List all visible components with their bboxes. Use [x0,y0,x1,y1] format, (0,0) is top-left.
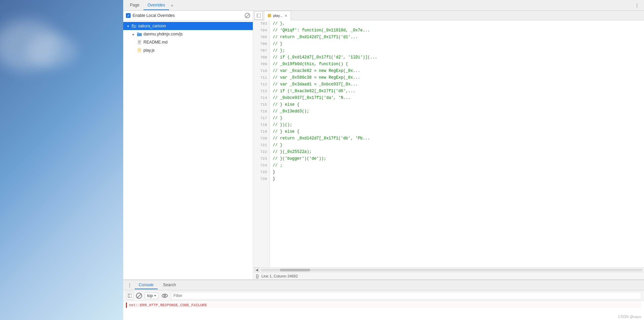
line-num-705: 705 [256,34,267,41]
folder-icon-sakura [131,23,137,29]
cursor-position: Line 1, Column 24692 [262,274,298,278]
svg-point-16 [162,294,167,297]
svg-rect-4 [138,40,141,45]
devtools-main: Enable Local Overrides sakura_cartoon [123,11,644,279]
line-num-708: 708 [256,54,267,61]
line-num-721: 721 [256,142,267,149]
file-icon-playjs [137,48,142,53]
status-bar: {} Line 1, Column 24692 [253,272,644,279]
code-line-712: // var _0x3daad1 = _0xbce937[_0x... [273,81,641,88]
line-num-724: 724 [256,162,267,169]
tree-arrow-sakura[interactable] [126,24,130,28]
tab-more-icon[interactable]: » [169,2,175,9]
svg-rect-3 [137,32,139,34]
context-selector[interactable]: top ▾ [145,292,158,299]
code-line-725: } [273,169,641,176]
console-tabs: ⋮ Console Search [123,280,644,290]
file-icon-readme [137,39,142,45]
live-expression-btn[interactable] [161,292,168,299]
enable-overrides-bar: Enable Local Overrides [123,11,253,21]
scroll-thumb[interactable] [280,269,311,271]
editor-tab-playjs[interactable]: play... × [264,11,291,20]
line-num-726: 726 [256,176,267,182]
console-output: net::ERR_HTTP_RESPONSE_CODE_FAILURE [123,301,644,320]
horizontal-scrollbar[interactable]: ◀ [253,267,644,272]
svg-rect-1 [132,24,134,26]
code-line-705: // return _0xd142d7[_0x17f1('d1'... [273,34,641,41]
code-line-717: // } [273,115,641,122]
browser-background [0,0,123,320]
file-tree: sakura_cartoon danmu.yhdmjx.com/js [123,21,253,279]
line-num-712: 712 [256,81,267,88]
line-num-715: 715 [256,101,267,108]
devtools-menu-icon[interactable]: ⋮ [633,1,641,9]
tree-item-danmu[interactable]: danmu.yhdmjx.com/js [123,30,253,38]
tab-page[interactable]: Page [126,1,143,10]
code-line-726: } [273,176,641,182]
line-num-709: 709 [256,61,267,68]
code-line-723: // }('bugger')('de')); [273,155,641,162]
tree-item-sakura-cartoon[interactable]: sakura_cartoon [123,22,253,30]
code-line-719: // } else { [273,128,641,135]
line-num-713: 713 [256,88,267,95]
tree-label-danmu: danmu.yhdmjx.com/js [143,32,183,36]
code-line-704: // 'QHiqf': function(_0x11818d, _0x7e... [273,27,641,34]
code-line-718: // })(); [273,122,641,128]
context-value: top [147,293,153,298]
console-error-line: net::ERR_HTTP_RESPONSE_CODE_FAILURE [126,302,641,308]
filter-input[interactable] [171,292,641,299]
line-num-722: 722 [256,149,267,155]
code-line-710: // var _0xac3e82 = new RegExp(_0x... [273,68,641,74]
enable-overrides-label: Enable Local Overrides [133,13,243,18]
code-line-722: // }(_0x25522a); [273,149,641,155]
line-num-714: 714 [256,95,267,101]
console-menu-icon[interactable]: ⋮ [126,281,133,289]
line-num-717: 717 [256,115,267,122]
block-overrides-icon[interactable] [245,13,250,18]
scroll-left-arrow[interactable]: ◀ [254,268,259,272]
code-line-707: // }; [273,47,641,54]
devtools-top-tabs: Page Overrides » ⋮ [123,0,644,11]
line-num-723: 723 [256,155,267,162]
folder-icon-danmu [137,31,142,37]
code-content: 703 704 705 706 707 708 709 710 711 712 … [253,20,644,267]
clear-console-btn[interactable] [136,293,142,299]
line-numbers: 703 704 705 706 707 708 709 710 711 712 … [253,20,270,267]
editor-tab-label: play... [273,14,283,18]
file-panel: Enable Local Overrides sakura_cartoon [123,11,253,279]
console-sidebar-btn[interactable] [126,292,133,299]
code-line-709: // _0x19fb0d(this, function() { [273,61,641,68]
tree-label-sakura: sakura_cartoon [138,24,166,28]
editor-tab-close[interactable]: × [285,14,288,18]
line-num-725: 725 [256,169,267,176]
tree-label-readme: README.md [143,40,167,45]
console-area: ⋮ Console Search top ▾ [123,279,644,320]
tab-overrides[interactable]: Overrides [143,1,169,10]
code-line-714: // _0xbce937[_0x17f1('da', 'N... [273,95,641,101]
line-num-711: 711 [256,74,267,81]
code-lines: // }, // 'QHiqf': function(_0x11818d, _0… [270,20,644,267]
code-editor[interactable]: 703 704 705 706 707 708 709 710 711 712 … [253,20,644,267]
code-line-716: // _0x13edd3(); [273,108,641,115]
tab-search[interactable]: Search [159,281,180,289]
line-num-720: 720 [256,135,267,142]
format-icon[interactable]: {} [256,273,259,278]
tree-label-playjs: play.js [143,48,155,53]
enable-overrides-checkbox[interactable] [126,13,131,18]
tree-item-playjs[interactable]: play.js [123,46,253,54]
code-line-711: // var _0x586c38 = new RegExp(_0x... [273,74,641,81]
file-dot-icon [268,14,271,17]
line-num-710: 710 [256,68,267,74]
code-line-713: // if (!_0xac3e82[_0x17f1('d6',... [273,88,641,95]
console-toolbar: top ▾ [123,290,644,301]
watermark: CSDN @sayo [618,315,641,319]
line-num-716: 716 [256,108,267,115]
tab-console[interactable]: Console [135,281,158,289]
scroll-track[interactable] [261,269,643,271]
svg-rect-8 [138,48,141,53]
code-line-724: // ; [273,162,641,169]
devtools-panel: Page Overrides » ⋮ Enable Local Override… [123,0,644,320]
tree-item-readme[interactable]: README.md [123,38,253,46]
sidebar-toggle-btn[interactable] [254,11,263,20]
tree-arrow-danmu[interactable] [131,32,135,36]
